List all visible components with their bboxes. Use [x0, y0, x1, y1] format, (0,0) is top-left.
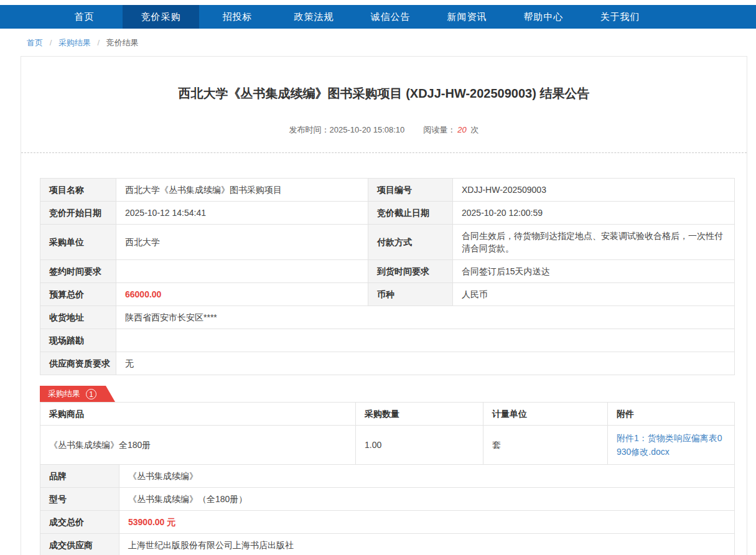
field-label: 到货时间要求 — [368, 260, 453, 283]
field-value: 2025-10-20 12:00:59 — [453, 202, 735, 225]
field-value — [116, 329, 735, 352]
field-value: 人民币 — [453, 283, 735, 306]
field-value: 上海世纪出版股份有限公司上海书店出版社 — [119, 534, 735, 555]
nav-item-help-center[interactable]: 帮助中心 — [505, 5, 582, 29]
field-label: 预算总价 — [40, 283, 116, 306]
breadcrumb: 首页 / 采购结果 / 竞价结果 — [27, 37, 756, 49]
table-row: 成交总价 53900.00 元 — [40, 511, 735, 534]
column-header: 计量单位 — [483, 403, 608, 426]
views-unit: 次 — [470, 125, 478, 134]
field-value: 《丛书集成续编》 — [119, 465, 735, 488]
field-label: 现场踏勘 — [40, 329, 116, 352]
nav-item-news[interactable]: 新闻资讯 — [429, 5, 505, 29]
field-label: 采购单位 — [40, 225, 116, 260]
field-label: 项目名称 — [40, 179, 116, 202]
publish-time-label: 发布时间： — [289, 125, 330, 134]
field-value: 无 — [116, 352, 735, 375]
column-header: 采购数量 — [356, 403, 483, 426]
main-nav: 首页 竞价采购 招投标 政策法规 诚信公告 新闻资讯 帮助中心 关于我们 — [0, 5, 756, 29]
result-badge-label: 采购结果 — [48, 388, 80, 399]
nav-item-home[interactable]: 首页 — [46, 5, 123, 29]
nav-item-about-us[interactable]: 关于我们 — [582, 5, 658, 29]
breadcrumb-separator: / — [50, 38, 52, 47]
views-count: 20 — [457, 125, 466, 134]
field-value — [116, 260, 368, 283]
field-label: 型号 — [40, 488, 119, 511]
field-label: 竞价截止日期 — [368, 202, 453, 225]
deal-total-price: 53900.00 元 — [119, 511, 735, 534]
nav-item-policies[interactable]: 政策法规 — [276, 5, 352, 29]
result-badge: 采购结果 1 — [40, 386, 115, 402]
dashed-divider — [21, 152, 747, 153]
field-label: 成交总价 — [40, 511, 119, 534]
table-row: 收货地址 陕西省西安市长安区**** — [40, 306, 735, 329]
field-value: XDJJ-HW-202509003 — [453, 179, 735, 202]
table-row: 型号 《丛书集成续编》（全180册） — [40, 488, 735, 511]
breadcrumb-purchase-results-link[interactable]: 采购结果 — [58, 38, 91, 47]
publish-time-value: 2025-10-20 15:08:10 — [330, 125, 405, 134]
field-label: 币种 — [368, 283, 453, 306]
table-row: 签约时间要求 到货时间要求 合同签订后15天内送达 — [40, 260, 735, 283]
table-row: 成交供应商 上海世纪出版股份有限公司上海书店出版社 — [40, 534, 735, 555]
table-row: 品牌 《丛书集成续编》 — [40, 465, 735, 488]
announcement-card: 西北大学《丛书集成续编》图书采购项目 (XDJJ-HW-202509003) 结… — [21, 56, 747, 555]
field-value: 《丛书集成续编》（全180册） — [119, 488, 735, 511]
field-value: 西北大学 — [116, 225, 368, 260]
field-label: 项目编号 — [368, 179, 453, 202]
field-label: 竞价开始日期 — [40, 202, 116, 225]
field-label: 收货地址 — [40, 306, 116, 329]
field-value: 合同签订后15天内送达 — [453, 260, 735, 283]
table-row: 供应商资质要求 无 — [40, 352, 735, 375]
field-value: 合同生效后，待货物到达指定地点、安装调试验收合格后，一次性付清合同货款。 — [453, 225, 735, 260]
budget-total-value: 66000.00 — [116, 283, 368, 306]
article-meta: 发布时间：2025-10-20 15:08:10阅读量：20 次 — [21, 124, 747, 136]
project-info-table: 项目名称 西北大学《丛书集成续编》图书采购项目 项目编号 XDJJ-HW-202… — [40, 178, 735, 375]
table-row: 竞价开始日期 2025-10-12 14:54:41 竞价截止日期 2025-1… — [40, 202, 735, 225]
table-row: 采购单位 西北大学 付款方式 合同生效后，待货物到达指定地点、安装调试验收合格后… — [40, 225, 735, 260]
breadcrumb-home-link[interactable]: 首页 — [27, 38, 43, 47]
field-value: 西北大学《丛书集成续编》图书采购项目 — [116, 179, 368, 202]
nav-item-tendering[interactable]: 招投标 — [199, 5, 276, 29]
column-header: 采购商品 — [40, 403, 356, 426]
views-label: 阅读量： — [423, 125, 455, 134]
product-name: 《丛书集成续编》全180册 — [40, 426, 356, 465]
field-value: 陕西省西安市长安区**** — [116, 306, 735, 329]
breadcrumb-current: 竞价结果 — [106, 38, 139, 47]
table-row: 《丛书集成续编》全180册 1.00 套 附件1：货物类响应偏离表0930修改.… — [40, 426, 735, 465]
field-label: 签约时间要求 — [40, 260, 116, 283]
result-badge-count: 1 — [86, 389, 96, 399]
table-header-row: 采购商品 采购数量 计量单位 附件 — [40, 403, 735, 426]
table-row: 现场踏勘 — [40, 329, 735, 352]
field-label: 成交供应商 — [40, 534, 119, 555]
table-row: 预算总价 66000.00 币种 人民币 — [40, 283, 735, 306]
field-label: 品牌 — [40, 465, 119, 488]
result-detail-table: 品牌 《丛书集成续编》 型号 《丛书集成续编》（全180册） 成交总价 5390… — [40, 464, 735, 555]
product-unit: 套 — [483, 426, 608, 465]
column-header: 附件 — [608, 403, 735, 426]
result-product-table: 采购商品 采购数量 计量单位 附件 《丛书集成续编》全180册 1.00 套 附… — [40, 402, 735, 465]
attachment-cell: 附件1：货物类响应偏离表0930修改.docx — [608, 426, 735, 465]
field-label: 供应商资质要求 — [40, 352, 116, 375]
page-title: 西北大学《丛书集成续编》图书采购项目 (XDJJ-HW-202509003) 结… — [58, 85, 709, 102]
nav-item-integrity-notice[interactable]: 诚信公告 — [352, 5, 429, 29]
table-row: 项目名称 西北大学《丛书集成续编》图书采购项目 项目编号 XDJJ-HW-202… — [40, 179, 735, 202]
field-label: 付款方式 — [368, 225, 453, 260]
nav-item-bidding-purchase[interactable]: 竞价采购 — [123, 5, 199, 29]
field-value: 2025-10-12 14:54:41 — [116, 202, 368, 225]
product-quantity: 1.00 — [356, 426, 483, 465]
breadcrumb-separator: / — [98, 38, 100, 47]
attachment-link[interactable]: 附件1：货物类响应偏离表0930修改.docx — [617, 433, 722, 457]
